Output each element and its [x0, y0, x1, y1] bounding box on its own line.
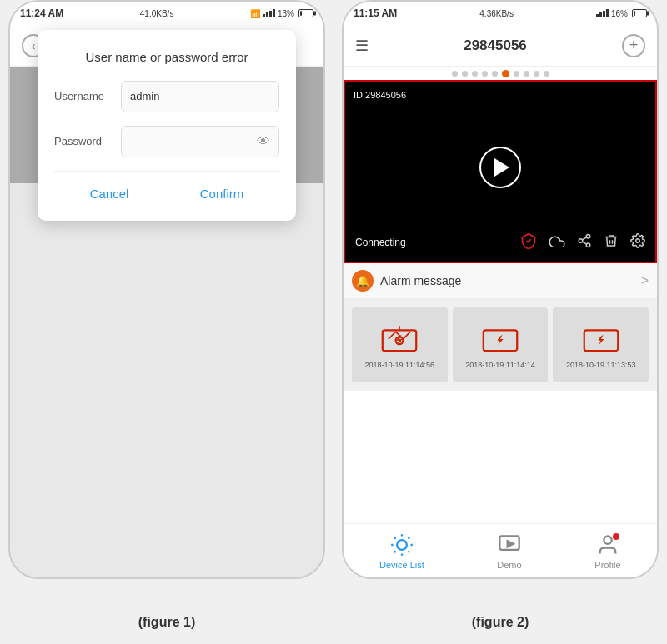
play-button[interactable] — [479, 147, 521, 188]
settings-icon[interactable] — [630, 233, 645, 252]
dot-8 — [524, 71, 529, 77]
svg-point-23 — [604, 537, 611, 544]
app-content-1: 29% User name or password error Username… — [10, 67, 323, 183]
cloud-icon[interactable] — [549, 234, 565, 252]
trash-icon[interactable] — [604, 233, 619, 252]
dot-7 — [514, 71, 519, 77]
alarm-icon-wrap-1 — [381, 321, 418, 357]
alarm-thumb-3[interactable]: 2018-10-19 11:13:53 — [553, 307, 649, 382]
alarm-section[interactable]: 🔔 Alarm message > — [344, 263, 657, 299]
alarm-timestamp-2: 2018-10-19 11:14:14 — [465, 361, 535, 369]
svg-line-19 — [394, 551, 396, 552]
dialog-overlay: User name or password error Username adm… — [10, 67, 323, 183]
alarm-thumbnails: 2018-10-19 11:14:56 2018-10-19 11:14:14 — [344, 299, 657, 391]
network-speed-1: 41.0KB/s — [140, 9, 174, 18]
video-footer: Connecting — [345, 223, 655, 262]
svg-line-15 — [394, 537, 396, 539]
bluetooth-icon: 📶 — [250, 9, 260, 18]
dot-5 — [492, 71, 498, 77]
demo-icon-wrap — [496, 532, 523, 558]
signal-icon — [263, 8, 275, 18]
dot-3 — [472, 71, 478, 77]
nav-label-device-list: Device List — [379, 560, 424, 570]
dot-9 — [534, 71, 539, 77]
password-field: Password 👁 — [54, 126, 279, 157]
plus-icon: + — [629, 37, 639, 54]
signal-icon-2 — [596, 8, 609, 18]
time-1: 11:24 AM — [20, 7, 63, 19]
network-speed-2: 4.36KB/s — [479, 9, 514, 18]
figure2-container: 11:15 AM 4.36KB/s 16% — [334, 0, 667, 608]
alarm-timestamp-1: 2018-10-19 11:14:56 — [365, 361, 435, 369]
alarm-title: Alarm message — [380, 274, 461, 287]
dot-1 — [452, 71, 458, 77]
play-icon — [494, 158, 509, 177]
cancel-button[interactable]: Cancel — [73, 180, 146, 207]
svg-point-0 — [586, 234, 590, 238]
profile-icon-wrap — [594, 532, 621, 558]
svg-point-12 — [397, 540, 407, 550]
alarm-timestamp-3: 2018-10-19 11:13:53 — [566, 361, 636, 369]
alarm-bell-icon: 🔔 — [352, 270, 374, 292]
figure1-label: (figure 1) — [0, 608, 334, 644]
nav-label-profile: Profile — [594, 560, 620, 570]
bottom-nav: Device List Demo — [344, 523, 657, 577]
plus-button[interactable]: + — [622, 34, 645, 57]
app-header-2: ☰ 29845056 + — [344, 25, 657, 67]
nav-item-profile[interactable]: Profile — [594, 532, 621, 570]
dialog-title: User name or password error — [54, 50, 279, 64]
eye-icon[interactable]: 👁 — [257, 134, 270, 149]
confirm-button[interactable]: Confirm — [183, 180, 261, 207]
svg-marker-22 — [508, 541, 514, 547]
nav-item-device-list[interactable]: Device List — [379, 532, 424, 570]
alarm-icon-wrap-2 — [482, 321, 519, 357]
dot-4 — [482, 71, 488, 77]
menu-icon[interactable]: ☰ — [355, 37, 369, 55]
dot-10 — [544, 71, 549, 77]
svg-line-16 — [408, 551, 409, 552]
battery-label-2: 16% — [611, 9, 628, 18]
nav-label-demo: Demo — [497, 560, 521, 570]
battery-icon-2 — [632, 9, 647, 17]
svg-line-3 — [582, 242, 586, 244]
dialog-actions: Cancel Confirm — [54, 171, 279, 207]
username-input[interactable]: admin — [121, 81, 279, 112]
device-id: 29845056 — [464, 37, 527, 54]
dots-indicator — [344, 67, 657, 80]
status-icons-2: 16% — [596, 8, 647, 18]
figure2-label: (figure 2) — [334, 608, 667, 644]
connecting-text: Connecting — [355, 237, 406, 248]
status-bar-1: 11:24 AM 41.0KB/s 📶 13% — [10, 2, 323, 25]
svg-point-2 — [586, 243, 590, 247]
alarm-left: 🔔 Alarm message — [352, 270, 461, 292]
profile-notification-dot — [613, 533, 619, 540]
password-label: Password — [54, 135, 121, 147]
alarm-thumb-1[interactable]: 2018-10-19 11:14:56 — [352, 307, 448, 382]
svg-line-20 — [408, 537, 409, 539]
time-2: 11:15 AM — [354, 7, 397, 19]
alarm-thumb-2[interactable]: 2018-10-19 11:14:14 — [453, 307, 549, 382]
username-label: Username — [54, 90, 121, 102]
svg-point-5 — [636, 238, 640, 242]
status-bar-2: 11:15 AM 4.36KB/s 16% — [344, 2, 657, 25]
battery-label-1: 13% — [278, 9, 294, 18]
password-input[interactable]: 👁 — [121, 126, 279, 157]
phone2: 11:15 AM 4.36KB/s 16% — [342, 0, 659, 579]
alarm-icon-wrap-3 — [583, 321, 619, 357]
video-area[interactable]: ID:29845056 Connecting — [344, 80, 657, 263]
svg-line-4 — [582, 237, 586, 239]
status-icons-1: 📶 13% — [250, 8, 313, 18]
dot-6-active — [502, 70, 509, 77]
device-list-icon-wrap — [389, 532, 415, 558]
error-dialog: User name or password error Username adm… — [38, 30, 296, 221]
nav-item-demo[interactable]: Demo — [496, 532, 523, 570]
alarm-arrow-icon: > — [641, 273, 649, 288]
share-icon[interactable] — [577, 233, 592, 252]
username-field: Username admin — [54, 81, 279, 112]
video-id-label: ID:29845056 — [354, 90, 406, 100]
figure-labels: (figure 1) (figure 2) — [0, 608, 667, 644]
figure1-container: 11:24 AM 41.0KB/s 📶 13% — [0, 0, 334, 608]
username-value: admin — [130, 90, 159, 102]
shield-check-icon[interactable] — [520, 232, 537, 253]
battery-icon-1 — [298, 9, 313, 17]
